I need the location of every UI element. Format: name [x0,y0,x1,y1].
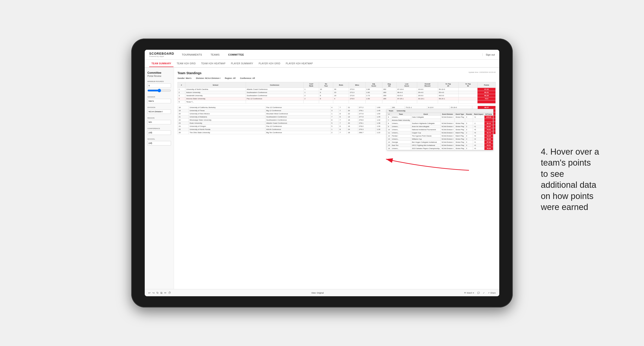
tablet-shell: SCOREBOARD Powered by clippd TOURNAMENTS… [131,38,513,308]
logo-text: SCOREBOARD [149,52,174,55]
tab-team-h2h-grid[interactable]: TEAM H2H GRID [174,60,198,67]
annotation-area: 4. Hover over a team's points to see add… [541,146,599,213]
filter-division-label: Division: [196,77,204,79]
col-no-tour: NoTour [319,82,333,88]
tab-team-h2h-heatmap[interactable]: TEAM H2H HEATMAP [199,60,228,67]
tooltip-row: 13 Univers... Williams Cup NCAA Division… [387,138,493,141]
share-icon: ↗ [488,292,490,294]
filter-division-value: NCAA Division I [205,77,220,79]
filter-division: Division: NCAA Division I [196,77,220,79]
share-label: Share [490,292,496,294]
toolbar-left: ↩ ↪ ↻ ⧉ ✏ ⏱ [148,291,171,295]
annotation-line1: 4. Hover over a [541,147,599,157]
tooltip-row: 12 Florida I The Cypress Point Classic N… [387,135,493,138]
logo-area: SCOREBOARD Powered by clippd [149,52,174,57]
view-original-label: View: Original [311,292,324,294]
region-select[interactable]: N/A [148,120,171,124]
table-wrapper: # School Conference ConfRank NoTour Rnds… [178,82,496,134]
col-vs50: Vs Top50 [458,82,477,88]
min-rounds-label: Minimum Rounds [148,80,171,82]
report-header: Team Standings Update time: 13/03/2024 1… [178,71,496,75]
chevron-down-icon: ▾ [473,292,474,294]
tab-player-h2h-heatmap[interactable]: PLAYER H2H HEATMAP [284,60,315,67]
sidebar-school: School (All) [148,138,171,146]
gender-select[interactable]: Men's Women's [148,99,171,103]
sidebar-title: Committee [148,71,171,74]
filter-gender: Gender: Men's [178,77,192,79]
col-rank: # [178,82,185,88]
view-original-button[interactable]: View: Original [311,292,324,294]
tab-player-summary[interactable]: PLAYER SUMMARY [229,60,255,67]
expand-button[interactable]: ⤢ [483,292,485,294]
tooltip-row: 14 Georgia Ben Hogan Collegiate Invitati… [387,141,493,144]
table-row-highlighted[interactable]: 4 Arizona State University Pac-12 Confer… [178,97,496,100]
min-rounds-input[interactable] [148,83,171,88]
tab-team-summary[interactable]: TEAM SUMMARY [149,60,174,67]
points-tooltip: Team University # Team Event Event Divis… [386,109,494,150]
school-label: School [148,138,171,140]
tablet-screen: SCOREBOARD Powered by clippd TOURNAMENTS… [145,50,499,296]
col-low-score: LowScore [396,82,417,88]
watch-button[interactable]: 👁 Watch ▾ [464,292,474,294]
tooltip-table: # Team Event Event Division Event Type R… [387,113,493,150]
col-conference: Conference [246,82,304,88]
table-row[interactable]: 5 Texas T... [178,100,496,104]
share-button[interactable]: ↗ Share [488,292,496,294]
redo-icon[interactable]: ↪ [152,291,154,295]
filter-region-label: Region: [225,77,232,79]
tooltip-row: 9 Univers... Amer An Intercollegiate NCA… [387,125,493,128]
conference-select[interactable]: (All) [148,130,171,135]
annotation-line5: on how points [541,191,594,201]
col-overall: OverallRecord [417,82,438,88]
col-adj-score: Adj.Score [365,82,382,88]
sidebar-division: Division NCAA Division I [148,106,171,114]
col-points: Points [478,82,496,88]
annotation-line3: to see [541,169,564,178]
nav-teams[interactable]: TEAMS [210,53,220,56]
tooltip-header: Team University [387,109,493,113]
col-school: School [185,82,246,88]
tooltip-row: 16 Univers... 2023 Sahalee Players Champ… [387,147,493,150]
col-rnds: Rnds [333,82,349,88]
report-area: Team Standings Update time: 13/03/2024 1… [174,68,499,289]
filter-conference-value: All [252,77,255,79]
eye-icon: 👁 [464,292,466,294]
annotation-line2: team's points [541,158,591,168]
table-row[interactable]: 1 University of North Carolina Atlantic … [178,88,496,91]
col-conf-rank: ConfRank [304,82,319,88]
refresh-icon[interactable]: ↻ [156,291,159,295]
tooltip-row: 11 Univers... Copper Cup NCAA Division I… [387,131,493,135]
tab-player-h2h-grid[interactable]: PLAYER H2H GRID [256,60,283,67]
school-select[interactable]: (All) [148,141,171,146]
sidebar-region: Region N/A [148,117,171,124]
undo-icon[interactable]: ↩ [148,291,150,295]
tooltip-row: 15 East Ten OFCC Fighting Illini Invitat… [387,144,493,147]
edit-icon[interactable]: ✏ [164,291,166,295]
clock-icon[interactable]: ⏱ [168,291,171,295]
logo-sub: Powered by clippd [149,55,174,57]
update-time-value: 13/03/2024 10:03:42 [479,71,496,73]
bottom-toolbar: ↩ ↪ ↻ ⧉ ✏ ⏱ View: Original 👁 Watch ▾ 💬 ⤢ [145,289,499,296]
report-title: Team Standings [178,71,202,75]
sign-out-button[interactable]: Sign out [482,53,495,56]
col-avg-sg: Avg.SG [382,82,396,88]
table-row[interactable]: 18 University of California, Berkeley Pa… [178,106,496,109]
table-row[interactable]: 3 Vanderbilt University Southeastern Con… [178,94,496,97]
table-row[interactable]: 2 Auburn University Southeastern Confere… [178,91,496,94]
main-nav: TOURNAMENTS TEAMS COMMITTEE [181,53,482,56]
update-time-label: Update time: [468,71,478,73]
division-select[interactable]: NCAA Division I [148,109,171,114]
copy-icon[interactable]: ⧉ [160,291,162,295]
nav-tournaments[interactable]: TOURNAMENTS [181,53,203,56]
toolbar-right: 👁 Watch ▾ 💬 ⤢ ↗ Share [464,292,496,294]
comment-button[interactable]: 💬 [477,292,480,294]
min-rounds-slider[interactable] [148,89,171,92]
tooltip-row: 8 Univers... Southern Highlands Collegia… [387,122,493,125]
tooltip-row: 10 Univers... National Invitational Tour… [387,128,493,131]
annotation-line6: were earned [541,202,588,212]
sidebar-conference: Conference (All) [148,128,171,135]
sidebar: Committee Portal Review Minimum Rounds G… [145,68,174,289]
nav-committee[interactable]: COMMITTEE [227,53,245,56]
sidebar-gender: Gender Men's Women's [148,96,171,103]
filter-conference-label: Conference: [240,77,252,79]
